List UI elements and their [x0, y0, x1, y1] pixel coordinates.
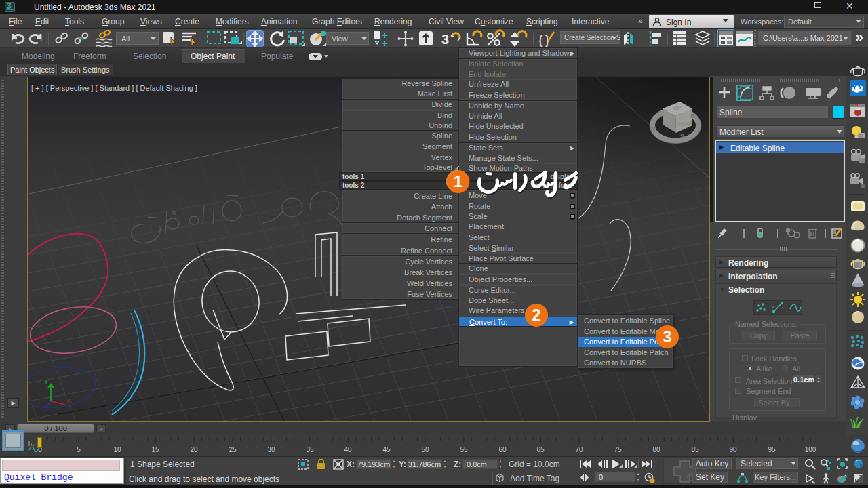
- svg-text:1: 1: [454, 173, 462, 190]
- svg-text:W: W: [650, 125, 656, 132]
- svg-text:2: 2: [532, 306, 541, 324]
- svg-text:E: E: [690, 113, 694, 119]
- svg-text:X: X: [66, 397, 71, 404]
- svg-text:{: {: [538, 33, 543, 47]
- svg-text:Y: Y: [44, 378, 48, 385]
- svg-text:3: 3: [441, 32, 449, 47]
- svg-text:3: 3: [663, 328, 672, 346]
- svg-text:S: S: [680, 133, 684, 140]
